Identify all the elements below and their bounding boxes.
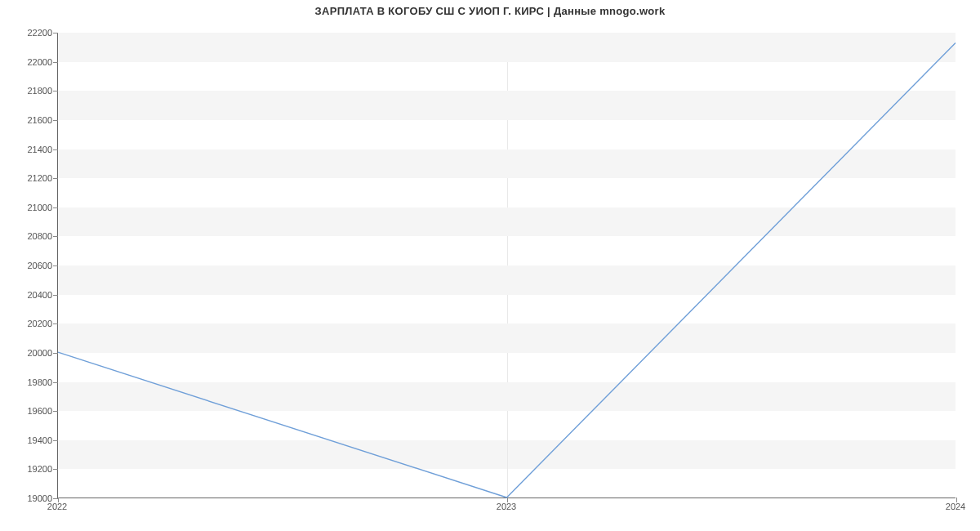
- line-series-layer: [58, 33, 956, 498]
- y-tick: [53, 295, 58, 296]
- plot-area: [57, 33, 956, 498]
- y-tick: [53, 120, 58, 121]
- x-axis-label: 2024: [946, 502, 965, 511]
- y-axis-label: 19400: [7, 435, 52, 445]
- y-tick: [53, 353, 58, 354]
- y-tick: [53, 33, 58, 33]
- y-axis-label: 21400: [7, 145, 52, 154]
- y-axis-label: 21800: [7, 86, 52, 96]
- y-tick: [53, 149, 58, 150]
- y-axis-label: 20600: [7, 261, 52, 270]
- y-tick: [53, 382, 58, 383]
- y-axis-label: 22000: [7, 57, 52, 67]
- y-axis-label: 19000: [7, 493, 52, 503]
- y-tick: [53, 266, 58, 266]
- y-axis-label: 19600: [7, 406, 52, 416]
- chart-container: ЗАРПЛАТА В КОГОБУ СШ С УИОП Г. КИРС | Да…: [0, 0, 980, 531]
- y-axis-label: 19200: [7, 464, 52, 474]
- y-axis-label: 20200: [7, 319, 52, 328]
- salary-line-series: [58, 42, 956, 498]
- y-axis-label: 20000: [7, 348, 52, 358]
- y-axis-label: 21000: [7, 203, 52, 212]
- y-axis-label: 21600: [7, 115, 52, 125]
- y-axis-label: 21200: [7, 173, 52, 183]
- y-axis-label: 22200: [7, 28, 52, 38]
- y-tick: [53, 62, 58, 63]
- chart-title: ЗАРПЛАТА В КОГОБУ СШ С УИОП Г. КИРС | Да…: [0, 5, 980, 17]
- y-tick: [53, 178, 58, 179]
- y-tick: [53, 411, 58, 412]
- y-tick: [53, 207, 58, 208]
- y-tick: [53, 324, 58, 324]
- y-axis-label: 20800: [7, 231, 52, 241]
- y-axis-label: 19800: [7, 377, 52, 387]
- x-axis-label: 2022: [47, 502, 67, 511]
- x-axis-label: 2023: [497, 502, 516, 511]
- y-tick: [53, 440, 58, 441]
- y-tick: [53, 469, 58, 470]
- y-tick: [53, 236, 58, 237]
- y-tick: [53, 91, 58, 91]
- y-axis-label: 20400: [7, 290, 52, 300]
